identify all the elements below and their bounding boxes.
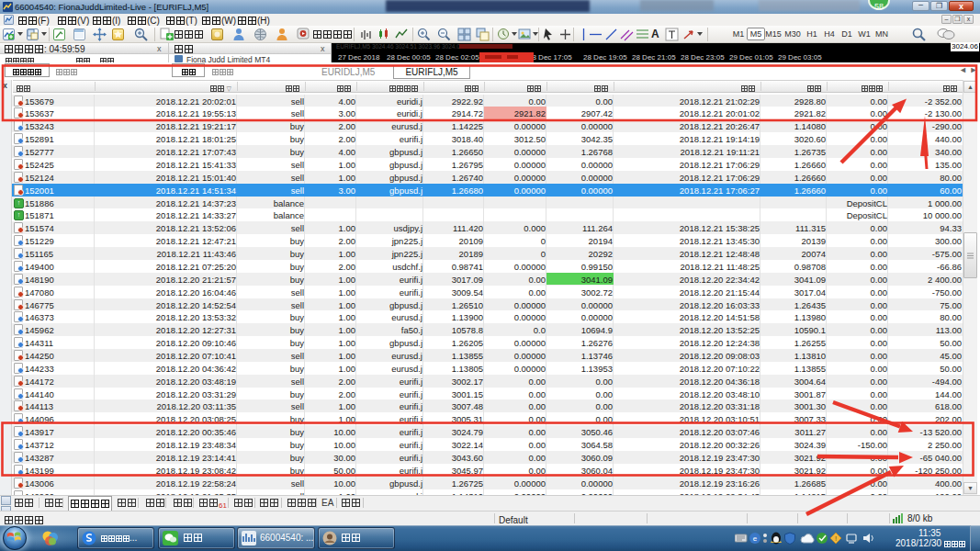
svg-text:!: ! — [835, 534, 837, 543]
svg-text:e: e — [753, 534, 758, 543]
